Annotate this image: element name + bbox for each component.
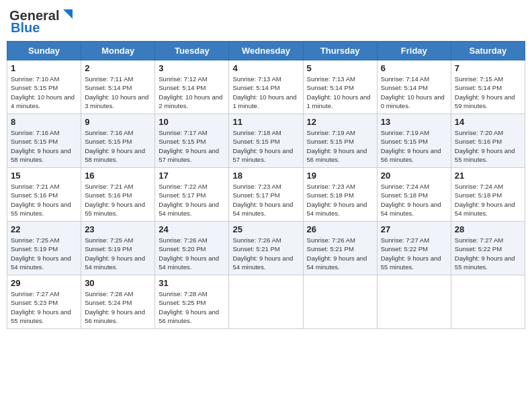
day-header-monday: Monday (81, 42, 155, 60)
day-detail: Sunrise: 7:23 AMSunset: 5:18 PMDaylight:… (307, 182, 373, 218)
empty-cell (451, 275, 525, 329)
calendar-day-cell: 18Sunrise: 7:23 AMSunset: 5:17 PMDayligh… (229, 168, 303, 222)
day-detail: Sunrise: 7:11 AMSunset: 5:14 PMDaylight:… (85, 75, 151, 110)
day-number: 10 (159, 117, 225, 127)
calendar-day-cell: 19Sunrise: 7:23 AMSunset: 5:18 PMDayligh… (303, 168, 377, 222)
day-detail: Sunrise: 7:27 AMSunset: 5:23 PMDaylight:… (11, 289, 77, 325)
day-number: 19 (307, 171, 373, 181)
day-detail: Sunrise: 7:26 AMSunset: 5:20 PMDaylight:… (159, 236, 225, 271)
day-number: 5 (307, 63, 373, 73)
day-number: 4 (232, 63, 299, 73)
day-number: 12 (307, 117, 373, 127)
day-number: 8 (11, 117, 77, 127)
day-detail: Sunrise: 7:22 AMSunset: 5:17 PMDaylight:… (159, 182, 225, 218)
calendar-week-row: 1Sunrise: 7:10 AMSunset: 5:15 PMDaylight… (7, 60, 525, 114)
calendar-day-cell: 7Sunrise: 7:15 AMSunset: 5:14 PMDaylight… (451, 60, 525, 114)
day-header-wednesday: Wednesday (229, 42, 303, 60)
day-number: 11 (232, 117, 299, 127)
day-number: 30 (85, 278, 151, 288)
calendar-day-cell: 17Sunrise: 7:22 AMSunset: 5:17 PMDayligh… (155, 168, 229, 222)
day-detail: Sunrise: 7:16 AMSunset: 5:15 PMDaylight:… (85, 128, 151, 164)
calendar-day-cell: 24Sunrise: 7:26 AMSunset: 5:20 PMDayligh… (155, 222, 229, 275)
day-detail: Sunrise: 7:26 AMSunset: 5:21 PMDaylight:… (307, 236, 373, 271)
calendar-day-cell: 31Sunrise: 7:28 AMSunset: 5:25 PMDayligh… (155, 275, 229, 329)
day-detail: Sunrise: 7:19 AMSunset: 5:15 PMDaylight:… (307, 128, 373, 164)
calendar-day-cell: 14Sunrise: 7:20 AMSunset: 5:16 PMDayligh… (451, 114, 525, 168)
svg-marker-0 (63, 9, 73, 19)
calendar-day-cell: 5Sunrise: 7:13 AMSunset: 5:14 PMDaylight… (303, 60, 377, 114)
day-number: 3 (159, 63, 225, 73)
day-number: 6 (381, 63, 447, 73)
day-detail: Sunrise: 7:23 AMSunset: 5:17 PMDaylight:… (232, 182, 299, 218)
day-detail: Sunrise: 7:27 AMSunset: 5:22 PMDaylight:… (381, 236, 447, 271)
day-detail: Sunrise: 7:24 AMSunset: 5:18 PMDaylight:… (381, 182, 447, 218)
day-number: 13 (381, 117, 447, 127)
day-header-friday: Friday (377, 42, 451, 60)
day-detail: Sunrise: 7:13 AMSunset: 5:14 PMDaylight:… (232, 75, 299, 110)
day-number: 26 (307, 224, 373, 234)
day-number: 21 (455, 171, 521, 181)
day-number: 31 (159, 278, 225, 288)
calendar-week-row: 15Sunrise: 7:21 AMSunset: 5:16 PMDayligh… (7, 168, 525, 222)
day-detail: Sunrise: 7:13 AMSunset: 5:14 PMDaylight:… (307, 75, 373, 110)
day-detail: Sunrise: 7:21 AMSunset: 5:16 PMDaylight:… (11, 182, 77, 218)
day-detail: Sunrise: 7:28 AMSunset: 5:24 PMDaylight:… (85, 289, 151, 325)
calendar-day-cell: 13Sunrise: 7:19 AMSunset: 5:15 PMDayligh… (377, 114, 451, 168)
logo-arrow-icon (60, 7, 75, 21)
calendar-day-cell: 12Sunrise: 7:19 AMSunset: 5:15 PMDayligh… (303, 114, 377, 168)
day-number: 15 (11, 171, 77, 181)
day-number: 23 (85, 224, 151, 234)
calendar-day-cell: 9Sunrise: 7:16 AMSunset: 5:15 PMDaylight… (81, 114, 155, 168)
calendar-week-row: 22Sunrise: 7:25 AMSunset: 5:19 PMDayligh… (7, 222, 525, 275)
day-detail: Sunrise: 7:28 AMSunset: 5:25 PMDaylight:… (159, 289, 225, 325)
day-detail: Sunrise: 7:25 AMSunset: 5:19 PMDaylight:… (85, 236, 151, 271)
day-number: 25 (232, 224, 299, 234)
day-number: 1 (11, 63, 77, 73)
day-detail: Sunrise: 7:10 AMSunset: 5:15 PMDaylight:… (11, 75, 77, 110)
calendar-day-cell: 29Sunrise: 7:27 AMSunset: 5:23 PMDayligh… (7, 275, 81, 329)
day-detail: Sunrise: 7:18 AMSunset: 5:15 PMDaylight:… (232, 128, 299, 164)
calendar-day-cell: 2Sunrise: 7:11 AMSunset: 5:14 PMDaylight… (81, 60, 155, 114)
day-number: 29 (11, 278, 77, 288)
calendar-day-cell: 8Sunrise: 7:16 AMSunset: 5:15 PMDaylight… (7, 114, 81, 168)
calendar-day-cell: 10Sunrise: 7:17 AMSunset: 5:15 PMDayligh… (155, 114, 229, 168)
day-header-sunday: Sunday (7, 42, 81, 60)
day-number: 18 (232, 171, 299, 181)
day-number: 24 (159, 224, 225, 234)
day-number: 16 (85, 171, 151, 181)
calendar-day-cell: 6Sunrise: 7:14 AMSunset: 5:14 PMDaylight… (377, 60, 451, 114)
day-number: 9 (85, 117, 151, 127)
empty-cell (377, 275, 451, 329)
calendar-day-cell: 23Sunrise: 7:25 AMSunset: 5:19 PMDayligh… (81, 222, 155, 275)
day-number: 27 (381, 224, 447, 234)
day-detail: Sunrise: 7:15 AMSunset: 5:14 PMDaylight:… (455, 75, 521, 110)
day-number: 22 (11, 224, 77, 234)
day-detail: Sunrise: 7:25 AMSunset: 5:19 PMDaylight:… (11, 236, 77, 271)
page-header: General Blue (7, 7, 525, 36)
day-number: 28 (455, 224, 521, 234)
calendar-table: SundayMondayTuesdayWednesdayThursdayFrid… (7, 41, 525, 329)
day-detail: Sunrise: 7:19 AMSunset: 5:15 PMDaylight:… (381, 128, 447, 164)
day-detail: Sunrise: 7:26 AMSunset: 5:21 PMDaylight:… (232, 236, 299, 271)
day-number: 20 (381, 171, 447, 181)
calendar-day-cell: 11Sunrise: 7:18 AMSunset: 5:15 PMDayligh… (229, 114, 303, 168)
calendar-day-cell: 16Sunrise: 7:21 AMSunset: 5:16 PMDayligh… (81, 168, 155, 222)
calendar-day-cell: 21Sunrise: 7:24 AMSunset: 5:18 PMDayligh… (451, 168, 525, 222)
day-header-saturday: Saturday (451, 42, 525, 60)
day-detail: Sunrise: 7:12 AMSunset: 5:14 PMDaylight:… (159, 75, 225, 110)
day-detail: Sunrise: 7:24 AMSunset: 5:18 PMDaylight:… (455, 182, 521, 218)
day-detail: Sunrise: 7:20 AMSunset: 5:16 PMDaylight:… (455, 128, 521, 164)
calendar-day-cell: 22Sunrise: 7:25 AMSunset: 5:19 PMDayligh… (7, 222, 81, 275)
calendar-day-cell: 3Sunrise: 7:12 AMSunset: 5:14 PMDaylight… (155, 60, 229, 114)
day-number: 7 (455, 63, 521, 73)
calendar-day-cell: 25Sunrise: 7:26 AMSunset: 5:21 PMDayligh… (229, 222, 303, 275)
day-header-tuesday: Tuesday (155, 42, 229, 60)
empty-cell (303, 275, 377, 329)
empty-cell (229, 275, 303, 329)
calendar-week-row: 8Sunrise: 7:16 AMSunset: 5:15 PMDaylight… (7, 114, 525, 168)
calendar-day-cell: 15Sunrise: 7:21 AMSunset: 5:16 PMDayligh… (7, 168, 81, 222)
day-detail: Sunrise: 7:14 AMSunset: 5:14 PMDaylight:… (381, 75, 447, 110)
calendar-day-cell: 28Sunrise: 7:27 AMSunset: 5:22 PMDayligh… (451, 222, 525, 275)
calendar-day-cell: 1Sunrise: 7:10 AMSunset: 5:15 PMDaylight… (7, 60, 81, 114)
calendar-header-row: SundayMondayTuesdayWednesdayThursdayFrid… (7, 42, 525, 60)
